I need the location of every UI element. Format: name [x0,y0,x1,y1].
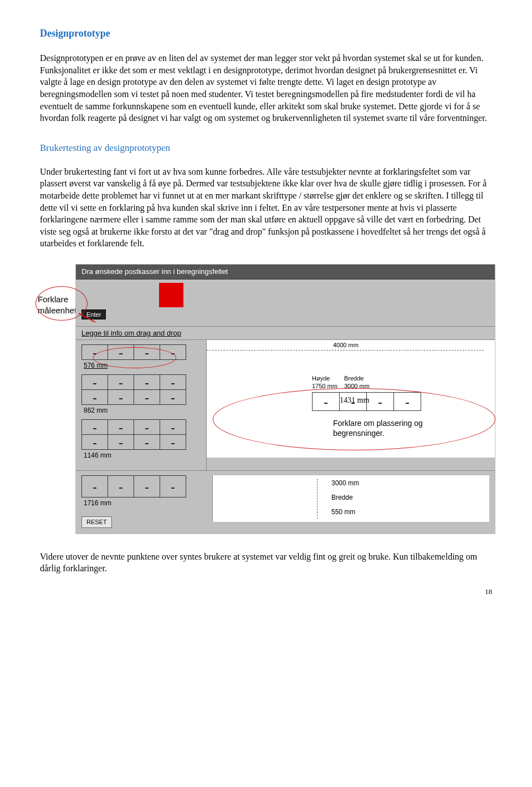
size-576: 576 mm [84,361,201,370]
enter-button[interactable]: Enter [81,309,106,320]
red-square-icon [159,283,183,307]
heading-designprototype: Designprototype [40,27,492,40]
prototype-figure: Forklare måleenhet Dra ønskede postkasse… [40,264,492,534]
size-862: 862 mm [84,406,201,415]
size-1146: 1146 mm [84,451,201,460]
proto-top-panel: Enter [76,280,495,326]
drop-area[interactable]: 4000 mm Høyde 1750 mm Bredde 3000 mm 143… [207,340,495,458]
hoyde-label: Høyde [312,374,330,383]
paragraph-1: Designprototypen er en prøve av en liten… [40,52,492,124]
bottom-labels: 3000 mm Bredde 550 mm [331,479,359,522]
dashed-top-line [207,350,484,351]
rack-label: 1431 mm [340,395,369,406]
bredde-value: 3000 mm [344,382,370,390]
heading-brukertesting: Brukertesting av designprototypen [40,142,492,155]
proto-title-bar: Dra ønskede postkasser inn i beregningsf… [76,265,495,280]
annotation-placement-note: Forklare om plassering og begrensninger. [333,419,423,438]
bottom-drop-area[interactable]: 3000 mm Bredde 550 mm [212,475,489,522]
top-measure: 4000 mm [333,341,359,349]
bredde-label: Bredde [344,374,364,383]
page-number: 18 [40,587,492,597]
dashed-vertical-line [317,479,318,519]
paragraph-2: Under brukertesting fant vi fort ut av h… [40,166,492,250]
mailbox-size-palette[interactable]: 576 mm 862 mm 1146 mm [76,340,207,470]
reset-button[interactable]: RESET [81,516,112,528]
hoyde-value: 1750 mm [312,382,337,390]
size-1716: 1716 mm [84,499,212,507]
proto-info-bar: Legge til info om drag and drop [76,326,495,341]
paragraph-3: Videre utover de nevnte punktene over sy… [40,551,492,575]
